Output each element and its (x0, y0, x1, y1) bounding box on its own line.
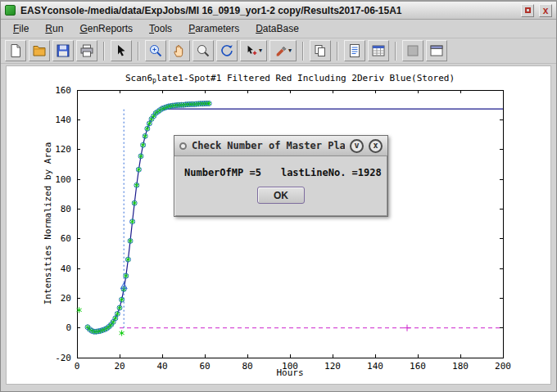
print-icon (79, 43, 94, 58)
window-title: EASYconsole-/media/data/ExpJobs/MI 16_09… (20, 5, 516, 16)
svg-text:0: 0 (75, 361, 80, 372)
window-frame-button[interactable] (426, 40, 447, 61)
svg-text:120: 120 (55, 144, 71, 155)
y-axis-label: Intensities Normalized by Area (43, 142, 53, 305)
dialog-message: NumberOfMP =5lastLineNo. =1928 (184, 167, 378, 178)
dropdown-arrow-icon: ▾ (259, 47, 262, 54)
easyconsole-window: EASYconsole-/media/data/ExpJobs/MI 16_09… (0, 0, 557, 392)
cursor-button[interactable] (111, 40, 132, 61)
rotate-icon (220, 43, 234, 58)
menu-file[interactable]: File (6, 20, 36, 37)
dialog-icon (179, 142, 187, 150)
dialog-titlebar[interactable]: Check Number of Master Pla... v x (174, 136, 387, 156)
rotate-button[interactable] (216, 40, 238, 61)
save-button[interactable] (52, 40, 74, 61)
data-cursor-button[interactable]: ▾ (240, 40, 267, 61)
dialog-title: Check Number of Master Pla... (192, 140, 345, 151)
magnifier-icon (196, 43, 211, 58)
ok-button[interactable]: OK (257, 187, 305, 204)
dialog-message-left: NumberOfMP =5 (184, 167, 261, 178)
copy-icon (313, 43, 328, 58)
svg-text:100: 100 (55, 174, 71, 185)
menubar: File Run GenReports Tools Parameters Dat… (1, 20, 556, 38)
menu-run[interactable]: Run (38, 20, 70, 37)
svg-text:20: 20 (61, 293, 71, 304)
close-icon: x (373, 142, 378, 150)
svg-text:0: 0 (66, 322, 71, 333)
magnifier-button[interactable] (192, 40, 214, 61)
new-file-button[interactable] (5, 40, 26, 61)
svg-text:80: 80 (242, 361, 252, 372)
toolbar-separator (138, 42, 139, 61)
dialog-body: NumberOfMP =5lastLineNo. =1928 OK (174, 156, 387, 204)
new-file-icon (8, 43, 23, 58)
print-button[interactable] (76, 40, 97, 61)
toolbar-separator (395, 42, 396, 61)
svg-text:120: 120 (324, 361, 341, 372)
chart-title: Scan6plate1-Spot#1 Filtered Red Includin… (125, 73, 455, 84)
cursor-icon (114, 43, 129, 58)
zoom-in-icon (148, 43, 163, 58)
zoom-in-button[interactable] (145, 40, 166, 61)
copy-button[interactable] (310, 40, 331, 61)
svg-text:80: 80 (61, 204, 71, 214)
data-cursor-icon (245, 44, 258, 57)
table-chart-button[interactable] (368, 40, 389, 61)
save-icon (56, 43, 70, 58)
chevron-down-icon: v (354, 142, 359, 150)
table-chart-icon (371, 43, 386, 58)
dialog-message-right: lastLineNo. =1928 (281, 167, 382, 178)
svg-text:140: 140 (55, 115, 71, 125)
svg-text:40: 40 (61, 264, 71, 274)
svg-text:180: 180 (452, 361, 469, 372)
toolbar-separator (302, 42, 304, 61)
toolbar: ▾ ▾ (1, 38, 556, 64)
document-lines-icon (347, 43, 362, 58)
toolbar-separator (337, 42, 338, 61)
check-master-plates-dialog: Check Number of Master Pla... v x Number… (174, 135, 388, 217)
dialog-shade-button[interactable]: v (350, 139, 364, 153)
close-button[interactable]: x (539, 4, 552, 17)
document-lines-button[interactable] (344, 40, 365, 61)
dialog-close-button[interactable]: x (369, 139, 383, 153)
svg-text:200: 200 (495, 361, 511, 372)
menu-tools[interactable]: Tools (142, 20, 179, 37)
pan-hand-icon (172, 43, 187, 58)
pan-hand-button[interactable] (169, 40, 190, 61)
open-folder-icon (32, 43, 47, 58)
toolbar-separator (103, 42, 105, 61)
svg-text:60: 60 (199, 361, 210, 372)
blank-square-icon (405, 43, 420, 58)
window-frame-icon (429, 43, 444, 58)
paint-brush-button[interactable]: ▾ (269, 40, 297, 61)
svg-text:60: 60 (61, 233, 71, 244)
chart-canvas[interactable]: 020406080100120140160180200-200204060801… (7, 66, 552, 385)
figure-area: 020406080100120140160180200-200204060801… (6, 65, 551, 385)
paint-brush-icon (274, 44, 288, 57)
iconify-icon (525, 7, 531, 13)
menu-genreports[interactable]: GenReports (72, 20, 140, 37)
menu-parameters[interactable]: Parameters (181, 20, 247, 37)
close-icon: x (543, 6, 549, 16)
x-axis-label: Hours (276, 367, 303, 378)
svg-text:-20: -20 (55, 353, 71, 363)
svg-text:160: 160 (410, 361, 426, 372)
blank-button[interactable] (402, 40, 423, 61)
iconify-button[interactable] (521, 4, 534, 17)
svg-text:40: 40 (156, 361, 167, 372)
open-folder-button[interactable] (29, 40, 50, 61)
menu-database[interactable]: DataBase (248, 20, 306, 37)
svg-text:20: 20 (114, 361, 125, 372)
svg-text:140: 140 (367, 361, 383, 372)
dropdown-arrow-icon: ▾ (288, 47, 292, 54)
app-icon[interactable] (5, 5, 16, 16)
window-titlebar[interactable]: EASYconsole-/media/data/ExpJobs/MI 16_09… (1, 2, 556, 20)
svg-text:160: 160 (55, 85, 71, 96)
